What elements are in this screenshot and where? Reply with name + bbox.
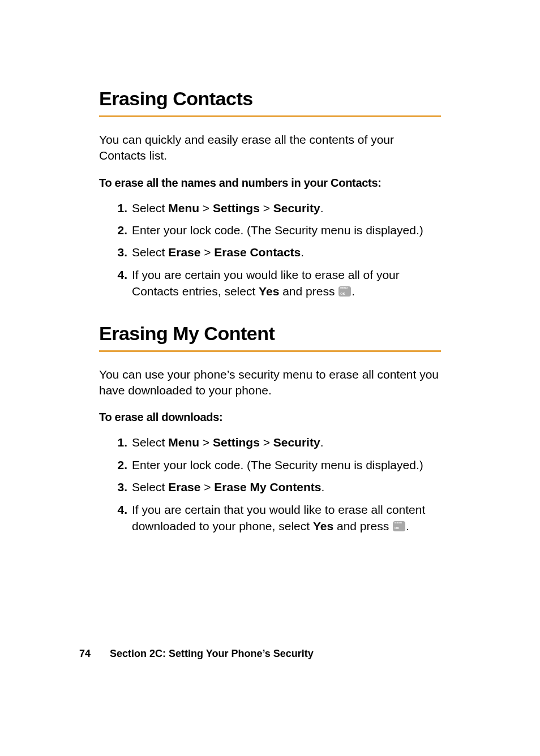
erase-contacts-label: Erase Contacts (214, 246, 301, 259)
step-text: . (352, 285, 355, 298)
erase-my-contents-label: Erase My Contents (214, 480, 321, 493)
settings-label: Settings (213, 436, 260, 449)
menu-label: Menu (168, 201, 199, 214)
subhead-erase-contacts: To erase all the names and numbers in yo… (99, 177, 441, 190)
step-1: Select Menu > Settings > Security. (130, 434, 441, 450)
heading-erasing-contacts: Erasing Contacts (99, 88, 441, 117)
step-text: . (320, 436, 324, 449)
heading-erasing-my-content: Erasing My Content (99, 323, 441, 352)
menu-label: Menu (168, 436, 199, 449)
step-text: and press (279, 285, 338, 298)
menu-ok-key-icon (338, 286, 351, 297)
security-label: Security (273, 201, 320, 214)
step-4: If you are certain that you would like t… (130, 501, 441, 535)
step-text: . (406, 519, 409, 532)
step-4: If you are certain you would like to era… (130, 267, 441, 300)
step-1: Select Menu > Settings > Security. (130, 200, 441, 216)
settings-label: Settings (213, 201, 260, 214)
step-text: . (320, 201, 324, 214)
step-text: . (321, 480, 324, 493)
erase-label: Erase (168, 246, 200, 259)
breadcrumb-sep: > (260, 436, 273, 449)
breadcrumb-sep: > (200, 480, 214, 493)
breadcrumb-sep: > (200, 246, 214, 259)
step-3: Select Erase > Erase Contacts. (130, 244, 441, 260)
steps-erase-downloads: Select Menu > Settings > Security. Enter… (99, 434, 441, 534)
breadcrumb-sep: > (199, 436, 213, 449)
step-text: and press (333, 519, 392, 532)
intro-erasing-contacts: You can quickly and easily erase all the… (99, 132, 441, 164)
step-2: Enter your lock code. (The Security menu… (130, 457, 441, 473)
yes-label: Yes (313, 519, 333, 532)
erase-label: Erase (168, 480, 200, 493)
breadcrumb-sep: > (260, 201, 273, 214)
step-text: . (301, 246, 304, 259)
menu-ok-key-icon (393, 521, 405, 531)
step-text: Select (132, 201, 168, 214)
page-number: 74 (79, 648, 91, 659)
breadcrumb-sep: > (199, 201, 213, 214)
step-text: Select (132, 246, 168, 259)
step-text: Select (132, 436, 168, 449)
page-footer: 74Section 2C: Setting Your Phone’s Secur… (79, 648, 314, 660)
security-label: Security (273, 436, 320, 449)
section-label: Section 2C: Setting Your Phone’s Securit… (110, 648, 314, 659)
steps-erase-contacts: Select Menu > Settings > Security. Enter… (99, 200, 441, 300)
step-3: Select Erase > Erase My Contents. (130, 479, 441, 495)
step-text: Select (132, 480, 168, 493)
step-2: Enter your lock code. (The Security menu… (130, 222, 441, 238)
subhead-erase-downloads: To erase all downloads: (99, 411, 441, 424)
yes-label: Yes (259, 285, 279, 298)
intro-erasing-my-content: You can use your phone’s security menu t… (99, 367, 441, 399)
